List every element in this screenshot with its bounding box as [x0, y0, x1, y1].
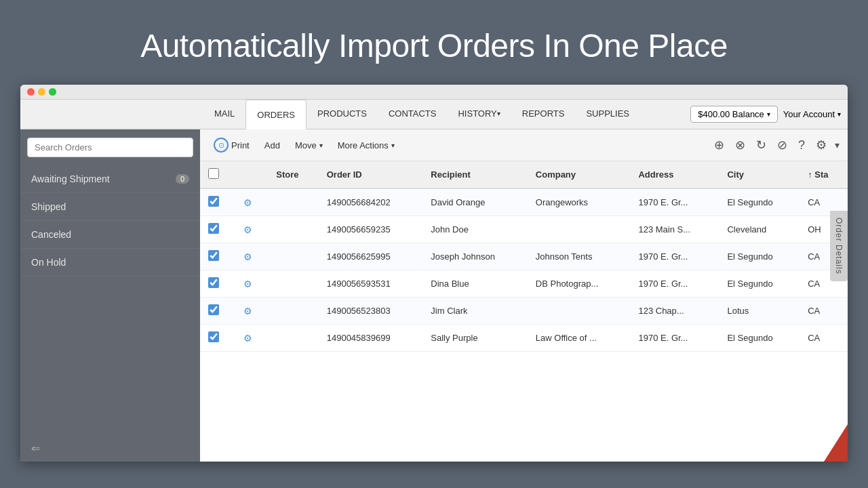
row-checkbox-cell[interactable]	[200, 270, 235, 298]
row-order-id: 1490056659235	[319, 216, 423, 243]
select-all-checkbox[interactable]	[208, 168, 219, 179]
row-store	[268, 325, 319, 352]
sidebar-label-on-hold: On Hold	[31, 257, 66, 268]
row-gear-cell[interactable]: ⚙	[235, 188, 268, 216]
row-gear-cell[interactable]: ⚙	[235, 325, 268, 352]
row-checkbox-cell[interactable]	[200, 188, 235, 216]
table-header-row: Store Order ID Recipient Company Address…	[200, 161, 848, 188]
sidebar-label-shipped: Shipped	[31, 201, 66, 212]
settings-icon-button[interactable]: ⚙	[813, 136, 829, 154]
row-company: DB Photograp...	[528, 270, 631, 298]
row-company: Johnson Tents	[528, 243, 631, 270]
sidebar-item-shipped[interactable]: Shipped	[20, 193, 200, 221]
row-store	[268, 243, 319, 270]
row-gear-cell[interactable]: ⚙	[235, 270, 268, 298]
minimize-button[interactable]	[38, 88, 45, 96]
row-checkbox[interactable]	[208, 277, 219, 288]
row-checkbox[interactable]	[208, 223, 219, 234]
row-checkbox-cell[interactable]	[200, 216, 235, 243]
sidebar-item-awaiting-shipment[interactable]: Awaiting Shipment 0	[20, 165, 200, 193]
row-address: 123 Main S...	[630, 216, 719, 243]
gear-icon[interactable]: ⚙	[243, 251, 252, 262]
sidebar-label-awaiting: Awaiting Shipment	[31, 174, 110, 184]
sidebar-item-canceled[interactable]: Canceled	[20, 221, 200, 249]
cancel-icon-button[interactable]: ⊘	[774, 136, 790, 154]
table-row: ⚙ 1490056593531 Dina Blue DB Photograp..…	[200, 270, 848, 298]
row-store	[268, 298, 319, 325]
move-button[interactable]: Move	[290, 138, 328, 153]
sidebar-badge-awaiting: 0	[176, 174, 189, 184]
row-address: 1970 E. Gr...	[630, 243, 719, 270]
nav-item-contacts[interactable]: CONTACTS	[378, 100, 448, 129]
row-city: Lotus	[719, 298, 800, 325]
row-checkbox[interactable]	[208, 304, 219, 315]
account-button[interactable]: Your Account	[783, 109, 841, 119]
gear-icon[interactable]: ⚙	[243, 224, 252, 235]
table-row: ⚙ 1490056659235 John Doe 123 Main S... C…	[200, 216, 848, 243]
refresh-icon-button[interactable]: ↻	[753, 136, 769, 154]
sidebar-item-on-hold[interactable]: On Hold	[20, 249, 200, 277]
row-order-id: 1490056593531	[319, 270, 423, 298]
table-row: ⚙ 1490045839699 Sally Purple Law Office …	[200, 325, 848, 352]
row-order-id: 1490045839699	[319, 325, 423, 352]
download-icon-button[interactable]: ⊕	[711, 136, 727, 154]
row-checkbox-cell[interactable]	[200, 298, 235, 325]
row-recipient: John Doe	[422, 216, 528, 243]
more-actions-button[interactable]: More Actions	[332, 138, 400, 153]
table-row: ⚙ 1490056625995 Joseph Johnson Johnson T…	[200, 243, 848, 270]
row-checkbox[interactable]	[208, 250, 219, 261]
upload-icon-button[interactable]: ⊗	[732, 136, 748, 154]
nav-item-products[interactable]: PRODUCTS	[307, 100, 378, 129]
print-icon: ⊙	[214, 138, 229, 152]
row-city: El Segundo	[719, 243, 800, 270]
app-window: MAIL ORDERS PRODUCTS CONTACTS HISTORY RE…	[20, 85, 848, 462]
col-header-order-id: Order ID	[319, 161, 423, 188]
nav-item-history[interactable]: HISTORY	[447, 100, 511, 129]
col-header-state[interactable]: Sta	[800, 161, 848, 188]
row-address: 1970 E. Gr...	[630, 325, 719, 352]
row-address: 1970 E. Gr...	[630, 188, 719, 216]
sidebar-label-canceled: Canceled	[31, 229, 71, 240]
main-content: Awaiting Shipment 0 Shipped Canceled On …	[20, 129, 848, 462]
order-details-tab[interactable]: Order Details	[830, 211, 848, 281]
row-city: El Segundo	[719, 188, 800, 216]
row-company: Orangeworks	[528, 188, 631, 216]
row-recipient: Jim Clark	[422, 298, 528, 325]
gear-icon[interactable]: ⚙	[243, 333, 252, 344]
gear-icon[interactable]: ⚙	[243, 279, 252, 289]
search-input[interactable]	[27, 138, 193, 157]
row-recipient: Sally Purple	[422, 325, 528, 352]
row-checkbox-cell[interactable]	[200, 243, 235, 270]
nav-item-supplies[interactable]: SUPPLIES	[575, 100, 640, 129]
sidebar-collapse-button[interactable]: ⇐	[20, 435, 200, 462]
balance-button[interactable]: $400.00 Balance	[690, 106, 778, 123]
nav-item-reports[interactable]: REPORTS	[511, 100, 576, 129]
row-gear-cell[interactable]: ⚙	[235, 216, 268, 243]
row-gear-cell[interactable]: ⚙	[235, 298, 268, 325]
print-button[interactable]: ⊙ Print	[208, 135, 255, 155]
row-address: 123 Chap...	[630, 298, 719, 325]
sidebar: Awaiting Shipment 0 Shipped Canceled On …	[20, 129, 200, 462]
row-order-id: 1490056523803	[319, 298, 423, 325]
gear-icon[interactable]: ⚙	[243, 306, 252, 317]
add-button[interactable]: Add	[259, 138, 285, 153]
nav-item-orders[interactable]: ORDERS	[245, 100, 307, 129]
row-store	[268, 216, 319, 243]
gear-icon[interactable]: ⚙	[243, 197, 252, 208]
red-triangle-decoration	[824, 424, 848, 462]
app-window-wrapper: MAIL ORDERS PRODUCTS CONTACTS HISTORY RE…	[0, 85, 868, 462]
orders-panel: ⊙ Print Add Move More Actions ⊕ ⊗ ↻ ⊘ ? …	[200, 129, 848, 462]
row-checkbox[interactable]	[208, 196, 219, 207]
col-header-recipient: Recipient	[422, 161, 528, 188]
row-checkbox-cell[interactable]	[200, 325, 235, 352]
row-recipient: David Orange	[422, 188, 528, 216]
toolbar-overflow-button[interactable]: ▾	[835, 140, 840, 150]
nav-item-mail[interactable]: MAIL	[203, 100, 245, 129]
close-button[interactable]	[27, 88, 35, 96]
help-icon-button[interactable]: ?	[795, 137, 808, 154]
maximize-button[interactable]	[49, 88, 56, 96]
row-checkbox[interactable]	[208, 331, 219, 342]
row-gear-cell[interactable]: ⚙	[235, 243, 268, 270]
toolbar: ⊙ Print Add Move More Actions ⊕ ⊗ ↻ ⊘ ? …	[200, 129, 848, 161]
col-header-checkbox	[200, 161, 235, 188]
